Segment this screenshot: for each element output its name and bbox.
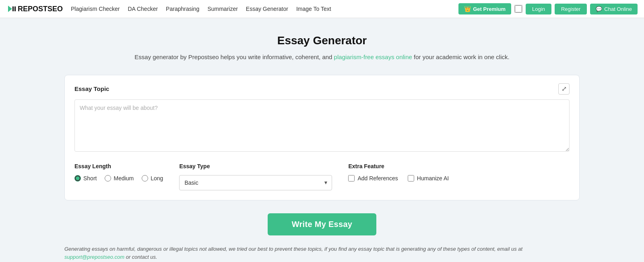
length-radio-group: Short Medium Long bbox=[74, 175, 163, 182]
essay-type-group: Essay Type Basic Academic Creative ▼ bbox=[179, 163, 332, 190]
add-references-checkbox[interactable] bbox=[348, 175, 355, 182]
short-radio[interactable] bbox=[74, 175, 81, 182]
nav-link-da[interactable]: DA Checker bbox=[128, 6, 158, 12]
card-header: Essay Topic ⤢ bbox=[74, 83, 570, 95]
support-email-link[interactable]: support@prepostseo.com bbox=[64, 254, 124, 260]
medium-radio[interactable] bbox=[105, 175, 111, 182]
crown-icon: 👑 bbox=[464, 6, 471, 12]
length-medium[interactable]: Medium bbox=[105, 175, 134, 182]
options-row: Essay Length Short Medium Long bbox=[74, 163, 570, 190]
long-radio[interactable] bbox=[142, 175, 148, 182]
nav-links: Plagiarism Checker DA Checker Paraphrasi… bbox=[71, 6, 455, 12]
svg-marker-0 bbox=[8, 6, 12, 12]
nav-link-paraphrasing[interactable]: Paraphrasing bbox=[166, 6, 199, 12]
nav-link-summarizer[interactable]: Summarizer bbox=[207, 6, 237, 12]
logo-icon bbox=[6, 4, 16, 14]
svg-rect-2 bbox=[14, 6, 16, 11]
humanize-ai-checkbox[interactable] bbox=[408, 175, 414, 182]
nav-link-image[interactable]: Image To Text bbox=[296, 6, 331, 12]
nav-checkbox-input[interactable] bbox=[515, 5, 522, 12]
nav-link-essay[interactable]: Essay Generator bbox=[246, 6, 288, 12]
essay-type-select[interactable]: Basic Academic Creative bbox=[179, 175, 332, 190]
main-content: Essay Generator Essay generator by Prepo… bbox=[0, 18, 644, 262]
disclaimer: Generating essays on harmful, dangerous … bbox=[64, 245, 580, 262]
add-references-label: Add References bbox=[357, 175, 398, 182]
medium-label: Medium bbox=[114, 175, 134, 182]
write-button-wrap: Write My Essay bbox=[8, 213, 636, 235]
page-subtitle: Essay generator by Prepostseo helps you … bbox=[8, 53, 636, 62]
subtitle-part1: Essay generator by Prepostseo helps you … bbox=[134, 54, 334, 60]
short-label: Short bbox=[83, 175, 97, 182]
svg-rect-1 bbox=[12, 6, 14, 11]
essay-topic-textarea[interactable] bbox=[74, 99, 570, 152]
disclaimer-part2: or contact us. bbox=[124, 254, 157, 260]
add-references-item[interactable]: Add References bbox=[348, 175, 398, 182]
get-premium-button[interactable]: 👑 Get Premium bbox=[458, 3, 511, 14]
length-label: Essay Length bbox=[74, 163, 163, 169]
page-title: Essay Generator bbox=[8, 34, 636, 47]
humanize-ai-label: Humanize AI bbox=[417, 175, 449, 182]
long-label: Long bbox=[151, 175, 163, 182]
nav-link-plagiarism[interactable]: Plagiarism Checker bbox=[71, 6, 120, 12]
type-select-wrap: Basic Academic Creative ▼ bbox=[179, 175, 332, 190]
checkbox-group: Add References Humanize AI bbox=[348, 175, 449, 182]
chat-online-button[interactable]: 💬 Chat Online bbox=[590, 4, 638, 14]
humanize-ai-item[interactable]: Humanize AI bbox=[408, 175, 449, 182]
disclaimer-part1: Generating essays on harmful, dangerous … bbox=[64, 246, 522, 252]
logo-text: REPOSTSEO bbox=[18, 5, 63, 13]
expand-button[interactable]: ⤢ bbox=[558, 83, 570, 95]
expand-icon: ⤢ bbox=[561, 85, 567, 93]
card-label: Essay Topic bbox=[74, 85, 109, 92]
essay-card: Essay Topic ⤢ Essay Length Short Medium bbox=[64, 75, 580, 200]
subtitle-part2: for your academic work in one click. bbox=[412, 54, 510, 60]
essay-length-group: Essay Length Short Medium Long bbox=[74, 163, 163, 182]
write-my-essay-button[interactable]: Write My Essay bbox=[268, 213, 377, 235]
nav-checkbox[interactable] bbox=[514, 5, 522, 13]
register-button[interactable]: Register bbox=[555, 4, 587, 14]
subtitle-highlight: plagiarism-free essays online bbox=[334, 54, 412, 60]
logo[interactable]: REPOSTSEO bbox=[6, 4, 63, 14]
length-short[interactable]: Short bbox=[74, 175, 97, 182]
chat-icon: 💬 bbox=[596, 6, 602, 12]
nav-actions: 👑 Get Premium Login Register 💬 Chat Onli… bbox=[458, 3, 638, 14]
extra-feature-group: Extra Feature Add References Humanize AI bbox=[348, 163, 449, 182]
length-long[interactable]: Long bbox=[142, 175, 163, 182]
type-label: Essay Type bbox=[179, 163, 332, 169]
login-button[interactable]: Login bbox=[526, 4, 551, 14]
extra-label: Extra Feature bbox=[348, 163, 449, 169]
